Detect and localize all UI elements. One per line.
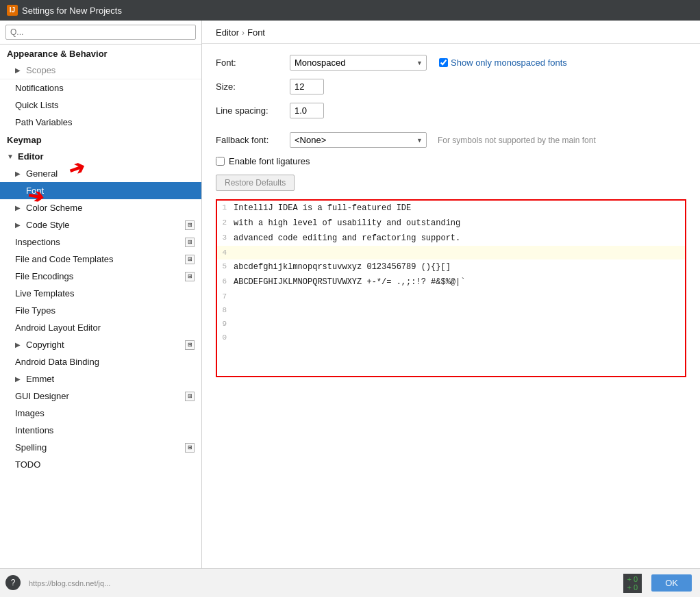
preview-line: 4 bbox=[217, 246, 685, 259]
size-input[interactable] bbox=[290, 79, 324, 94]
line-number: 5 bbox=[217, 259, 231, 275]
breadcrumb: Editor › Font bbox=[202, 21, 700, 44]
version-down: + 0 bbox=[627, 583, 638, 592]
sidebar-item-colorscheme[interactable]: ▶ Color Scheme bbox=[0, 199, 201, 216]
sidebar-item-label: TODO bbox=[15, 459, 40, 470]
bottom-bar: ? https://blog.csdn.net/jq... + 0 + 0 OK bbox=[0, 568, 700, 597]
line-number: 9 bbox=[217, 317, 231, 331]
sidebar-item-font[interactable]: Font bbox=[0, 182, 201, 199]
sidebar-item-scopes[interactable]: ▶ Scopes bbox=[0, 62, 201, 79]
search-box[interactable] bbox=[0, 21, 201, 45]
sidebar-item-label: Android Layout Editor bbox=[15, 322, 101, 333]
sidebar-item-label: Code Style bbox=[26, 220, 70, 230]
preview-line: 1IntelliJ IDEA is a full-featured IDE bbox=[217, 201, 685, 216]
line-spacing-row: Line spacing: bbox=[216, 103, 686, 118]
line-content bbox=[231, 290, 236, 303]
line-number: 7 bbox=[217, 290, 231, 303]
preview-line: 3advanced code editing and refactoring s… bbox=[217, 231, 685, 246]
sidebar-item-label: Spelling bbox=[15, 442, 47, 453]
sidebar-item-spelling[interactable]: Spelling ⊞ bbox=[0, 439, 201, 456]
ok-button[interactable]: OK bbox=[651, 574, 692, 592]
sidebar-item-quicklists[interactable]: Quick Lists bbox=[0, 97, 201, 114]
sidebar-item-todo[interactable]: TODO bbox=[0, 456, 201, 473]
restore-defaults-button[interactable]: Restore Defaults bbox=[216, 175, 295, 191]
expand-icon: ▶ bbox=[15, 341, 23, 348]
sidebar-item-label: File Types bbox=[15, 305, 55, 316]
breadcrumb-separator: › bbox=[242, 28, 245, 38]
show-monospaced-label[interactable]: Show only monospaced fonts bbox=[439, 58, 567, 68]
line-content bbox=[231, 317, 236, 331]
sidebar-item-label: Path Variables bbox=[15, 117, 73, 127]
expand-icon: ▶ bbox=[15, 66, 23, 74]
sidebar-section-appearance: Appearance & Behavior bbox=[0, 45, 201, 62]
sidebar: Appearance & Behavior ▶ Scopes Notificat… bbox=[0, 21, 202, 568]
sidebar-item-general[interactable]: ▶ General bbox=[0, 165, 201, 182]
line-number: 6 bbox=[217, 275, 231, 290]
sidebar-item-label: Live Templates bbox=[15, 288, 74, 298]
show-monospaced-checkbox[interactable] bbox=[439, 58, 448, 67]
line-number: 2 bbox=[217, 216, 231, 231]
expand-icon: ▶ bbox=[15, 221, 23, 229]
line-content: ABCDEFGHIJKLMNOPQRSTUVWXYZ +-*/= .,;:!? … bbox=[231, 275, 468, 290]
settings-content: Font: Monospaced Consolas Courier New Fi… bbox=[202, 44, 700, 388]
sidebar-item-label: Inspections bbox=[15, 237, 60, 247]
sidebar-item-label: Notifications bbox=[15, 83, 64, 93]
font-label: Font: bbox=[216, 58, 284, 68]
sidebar-item-intentions[interactable]: Intentions bbox=[0, 422, 201, 439]
line-number: 3 bbox=[217, 231, 231, 246]
help-button[interactable]: ? bbox=[5, 575, 21, 590]
sidebar-item-filecodetemplates[interactable]: File and Code Templates ⊞ bbox=[0, 251, 201, 268]
fallback-select[interactable]: <None> Arial bbox=[290, 132, 427, 148]
fallback-row: Fallback font: <None> Arial For symbols … bbox=[216, 132, 686, 148]
ligatures-label: Enable font ligatures bbox=[229, 156, 310, 166]
sidebar-item-livetemplates[interactable]: Live Templates bbox=[0, 285, 201, 302]
breadcrumb-editor: Editor bbox=[216, 27, 239, 38]
sidebar-item-label: Copyright bbox=[26, 340, 64, 350]
page-icon: ⊞ bbox=[185, 255, 195, 264]
preview-line: 7 bbox=[217, 290, 685, 303]
sidebar-item-emmet[interactable]: ▶ Emmet bbox=[0, 370, 201, 388]
title-bar: IJ Settings for New Projects bbox=[0, 0, 700, 21]
sidebar-item-label: File Encodings bbox=[15, 271, 73, 281]
line-number: 0 bbox=[217, 331, 231, 344]
sidebar-item-inspections[interactable]: Inspections ⊞ bbox=[0, 233, 201, 251]
version-up: + 0 bbox=[627, 575, 638, 583]
sidebar-item-fileencodings[interactable]: File Encodings ⊞ bbox=[0, 268, 201, 285]
sidebar-item-copyright[interactable]: ▶ Copyright ⊞ bbox=[0, 336, 201, 353]
sidebar-item-androiddatabinding[interactable]: Android Data Binding bbox=[0, 353, 201, 370]
expand-icon: ▼ bbox=[7, 153, 15, 160]
fallback-hint: For symbols not supported by the main fo… bbox=[438, 136, 596, 145]
sidebar-item-label: General bbox=[26, 168, 58, 179]
size-label: Size: bbox=[216, 81, 284, 92]
version-badge: + 0 + 0 bbox=[623, 574, 642, 593]
font-select-wrapper[interactable]: Monospaced Consolas Courier New Fira Cod… bbox=[290, 55, 427, 71]
font-select[interactable]: Monospaced Consolas Courier New Fira Cod… bbox=[290, 55, 427, 71]
page-icon: ⊞ bbox=[185, 220, 195, 230]
expand-icon: ▶ bbox=[15, 170, 23, 177]
preview-line: 9 bbox=[217, 317, 685, 331]
sidebar-item-notifications[interactable]: Notifications bbox=[0, 79, 201, 97]
line-number: 4 bbox=[217, 246, 231, 259]
sidebar-item-editor[interactable]: ▼ Editor bbox=[0, 148, 201, 165]
sidebar-item-filetypes[interactable]: File Types bbox=[0, 302, 201, 319]
sidebar-section-keymap: Keymap bbox=[0, 131, 201, 148]
line-spacing-input[interactable] bbox=[290, 103, 324, 118]
preview-line: 2with a high level of usability and outs… bbox=[217, 216, 685, 231]
sidebar-item-codestyle[interactable]: ▶ Code Style ⊞ bbox=[0, 216, 201, 233]
sidebar-item-androidlayout[interactable]: Android Layout Editor bbox=[0, 319, 201, 336]
ligatures-checkbox[interactable] bbox=[216, 157, 225, 166]
line-number: 8 bbox=[217, 303, 231, 317]
search-input[interactable] bbox=[5, 25, 196, 40]
sidebar-item-label: Quick Lists bbox=[15, 100, 59, 110]
preview-line: 5abcdefghijklmnopqrstuvwxyz 0123456789 (… bbox=[217, 259, 685, 275]
sidebar-item-label: Editor bbox=[18, 151, 44, 162]
sidebar-item-images[interactable]: Images bbox=[0, 405, 201, 422]
sidebar-item-guidesigner[interactable]: GUI Designer ⊞ bbox=[0, 388, 201, 405]
fallback-select-wrapper[interactable]: <None> Arial bbox=[290, 132, 427, 148]
page-icon: ⊞ bbox=[185, 340, 195, 350]
sidebar-item-pathvariables[interactable]: Path Variables bbox=[0, 114, 201, 131]
sidebar-item-label: Scopes bbox=[26, 65, 55, 75]
ligatures-row: Enable font ligatures bbox=[216, 156, 686, 166]
window-title: Settings for New Projects bbox=[22, 5, 122, 16]
line-content: abcdefghijklmnopqrstuvwxyz 0123456789 ()… bbox=[231, 259, 453, 275]
